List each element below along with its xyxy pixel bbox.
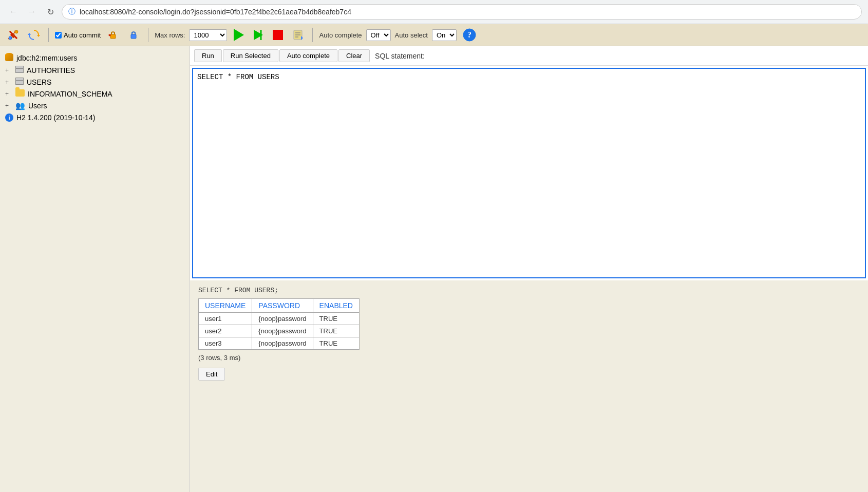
run-sql-button[interactable]: Run bbox=[194, 49, 222, 62]
table-cell: {noop}password bbox=[252, 337, 313, 350]
table-cell: {noop}password bbox=[252, 313, 313, 325]
auto-select-select[interactable]: On Off bbox=[432, 29, 457, 41]
users-icon: 👥 bbox=[15, 101, 25, 110]
col-username: USERNAME bbox=[199, 299, 252, 313]
auto-commit-text: Auto commit bbox=[64, 31, 101, 39]
table-icon-users bbox=[15, 78, 24, 86]
back-button[interactable]: ← bbox=[6, 5, 21, 19]
sql-statement-label: SQL statement: bbox=[375, 52, 425, 60]
svg-rect-3 bbox=[131, 34, 136, 39]
h2-toolbar: Auto commit Max rows: 1000 10000 100000 bbox=[0, 24, 868, 46]
secure-info-icon: ⓘ bbox=[68, 7, 76, 16]
table-cell: {noop}password bbox=[252, 325, 313, 337]
table-icon-authorities bbox=[15, 66, 24, 74]
svg-point-0 bbox=[15, 30, 18, 33]
authorities-label: AUTHORITIES bbox=[27, 66, 75, 74]
max-rows-select[interactable]: 1000 10000 100000 bbox=[189, 29, 227, 41]
expand-icon-users-group: + bbox=[5, 102, 12, 109]
reload-button[interactable]: ↻ bbox=[43, 5, 58, 19]
clear-sql-button[interactable]: Clear bbox=[338, 49, 370, 62]
result-table: USERNAME PASSWORD ENABLED user1{noop}pas… bbox=[198, 298, 360, 350]
main-layout: jdbc:h2:mem:users + AUTHORITIES + USERS … bbox=[0, 46, 868, 492]
lock-icon-1 bbox=[107, 29, 119, 41]
separator-1 bbox=[48, 28, 49, 42]
run-icon bbox=[234, 29, 244, 41]
sidebar-item-authorities[interactable]: + AUTHORITIES bbox=[4, 64, 185, 76]
svg-point-1 bbox=[9, 36, 12, 40]
table-cell: TRUE bbox=[313, 313, 359, 325]
results-area: SELECT * FROM USERS; USERNAME PASSWORD E… bbox=[190, 280, 868, 492]
disconnect-icon bbox=[7, 29, 20, 41]
help-icon: ? bbox=[463, 28, 476, 42]
folder-icon-info-schema bbox=[15, 89, 25, 98]
table-row: user3{noop}passwordTRUE bbox=[199, 337, 360, 350]
query-echo: SELECT * FROM USERS; bbox=[198, 287, 860, 294]
auto-complete-select[interactable]: Off On bbox=[366, 29, 391, 41]
table-cell: TRUE bbox=[313, 325, 359, 337]
db-connection-icon bbox=[5, 53, 13, 63]
stop-icon bbox=[273, 30, 283, 40]
result-table-body: user1{noop}passwordTRUEuser2{noop}passwo… bbox=[199, 313, 360, 350]
stop-button[interactable] bbox=[270, 27, 286, 43]
users-table-label: USERS bbox=[27, 78, 51, 86]
url-text: localhost:8080/h2-console/login.do?jsess… bbox=[80, 8, 855, 16]
svg-rect-2 bbox=[110, 34, 116, 39]
info-icon: i bbox=[5, 113, 13, 122]
sidebar-version-item: i H2 1.4.200 (2019-10-14) bbox=[4, 112, 185, 123]
content-area: Run Run Selected Auto complete Clear SQL… bbox=[190, 46, 868, 492]
run-selected-sql-button[interactable]: Run Selected bbox=[223, 49, 278, 62]
max-rows-label: Max rows: bbox=[155, 31, 185, 39]
sidebar-item-information-schema[interactable]: + INFORMATION_SCHEMA bbox=[4, 88, 185, 100]
refresh-button[interactable] bbox=[26, 28, 42, 42]
disconnect-button[interactable] bbox=[5, 28, 22, 42]
expand-icon-info-schema: + bbox=[5, 90, 12, 98]
sidebar-item-users-table[interactable]: + USERS bbox=[4, 76, 185, 88]
sidebar: jdbc:h2:mem:users + AUTHORITIES + USERS … bbox=[0, 46, 190, 492]
forward-button[interactable]: → bbox=[25, 5, 39, 19]
expand-icon-users-table: + bbox=[5, 79, 12, 86]
db-connection-label: jdbc:h2:mem:users bbox=[16, 54, 77, 62]
run-selected-icon bbox=[251, 27, 266, 43]
table-row: user1{noop}passwordTRUE bbox=[199, 313, 360, 325]
edit-button[interactable]: Edit bbox=[198, 368, 225, 381]
auto-select-label: Auto select bbox=[395, 31, 428, 39]
row-count: (3 rows, 3 ms) bbox=[198, 354, 860, 362]
table-cell: user3 bbox=[199, 337, 252, 350]
sql-editor[interactable]: SELECT * FROM USERS bbox=[192, 68, 866, 278]
expand-icon-authorities: + bbox=[5, 67, 12, 74]
refresh-icon bbox=[28, 29, 40, 41]
table-row: user2{noop}passwordTRUE bbox=[199, 325, 360, 337]
db-connection-item[interactable]: jdbc:h2:mem:users bbox=[4, 51, 185, 64]
help-button[interactable]: ? bbox=[461, 27, 478, 43]
auto-complete-sql-button[interactable]: Auto complete bbox=[279, 49, 337, 62]
address-bar: ⓘ localhost:8080/h2-console/login.do?jse… bbox=[62, 4, 862, 20]
table-cell: TRUE bbox=[313, 337, 359, 350]
result-table-header: USERNAME PASSWORD ENABLED bbox=[199, 299, 360, 313]
run-button[interactable] bbox=[231, 27, 247, 43]
svg-text:?: ? bbox=[467, 30, 471, 39]
sidebar-item-users-group[interactable]: + 👥 Users bbox=[4, 100, 185, 112]
table-cell: user2 bbox=[199, 325, 252, 337]
separator-2 bbox=[148, 28, 148, 42]
table-cell: user1 bbox=[199, 313, 252, 325]
browser-nav: ← → ↻ ⓘ localhost:8080/h2-console/login.… bbox=[0, 0, 868, 24]
header-row: USERNAME PASSWORD ENABLED bbox=[199, 299, 360, 313]
separator-3 bbox=[312, 28, 313, 42]
col-password: PASSWORD bbox=[252, 299, 313, 313]
users-group-label: Users bbox=[28, 102, 47, 110]
auto-commit-checkbox[interactable] bbox=[55, 32, 62, 39]
lock-button-1[interactable] bbox=[105, 28, 121, 42]
history-button[interactable] bbox=[290, 28, 306, 42]
sql-toolbar: Run Run Selected Auto complete Clear SQL… bbox=[190, 46, 868, 66]
auto-commit-label[interactable]: Auto commit bbox=[55, 31, 101, 39]
information-schema-label: INFORMATION_SCHEMA bbox=[28, 90, 112, 98]
lock-icon-2 bbox=[127, 29, 140, 41]
auto-complete-label: Auto complete bbox=[319, 31, 362, 39]
history-icon bbox=[292, 29, 304, 41]
lock-button-2[interactable] bbox=[125, 28, 142, 42]
version-label: H2 1.4.200 (2019-10-14) bbox=[16, 113, 95, 122]
run-selected-button[interactable] bbox=[251, 27, 266, 43]
col-enabled: ENABLED bbox=[313, 299, 359, 313]
browser-chrome: ← → ↻ ⓘ localhost:8080/h2-console/login.… bbox=[0, 0, 868, 24]
